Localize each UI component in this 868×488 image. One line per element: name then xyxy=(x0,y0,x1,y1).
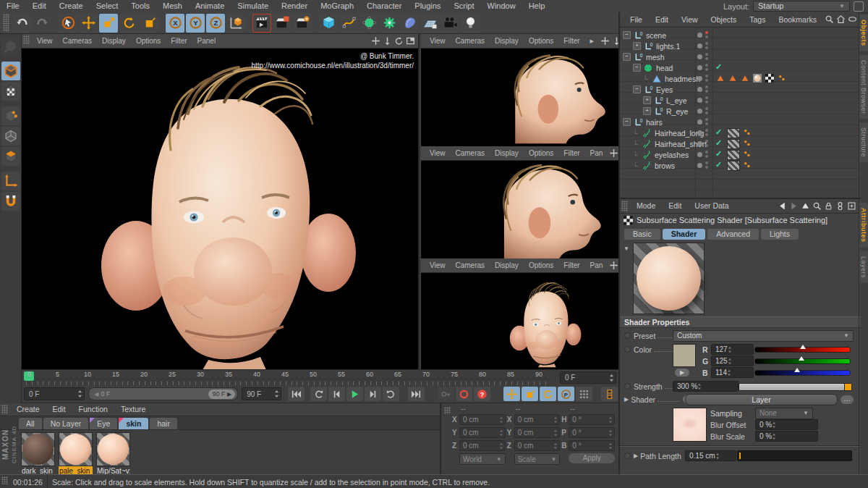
viewport-bottom-canvas[interactable] xyxy=(421,273,618,370)
material-tab-eye[interactable]: Eye xyxy=(90,418,117,429)
current-frame-field[interactable]: 0 F xyxy=(24,387,85,400)
add-primitive-button[interactable] xyxy=(319,14,338,33)
render-visibility-dot-top[interactable] xyxy=(705,151,708,153)
material-thumbnail[interactable] xyxy=(21,432,55,466)
render-visibility-dot-bottom[interactable] xyxy=(705,155,708,158)
render-visibility-dot-bottom[interactable] xyxy=(705,166,708,169)
coord-field-x-0[interactable]: 0 cm xyxy=(459,414,506,425)
keyframe-scale-button[interactable] xyxy=(522,387,538,401)
coord-field-y-0[interactable]: 0 cm xyxy=(459,427,506,438)
menu-help[interactable]: Help xyxy=(522,0,552,12)
panel-tab-layers[interactable]: Layers xyxy=(859,251,868,283)
channel-slider[interactable] xyxy=(754,347,851,353)
material-grip[interactable] xyxy=(1,405,8,414)
menu-animate[interactable]: Animate xyxy=(189,0,231,12)
shader-expander[interactable]: ▶ xyxy=(624,396,629,403)
add-modeling-button[interactable] xyxy=(380,14,399,33)
menu-simulate[interactable]: Simulate xyxy=(231,0,275,12)
coord-field-x-1[interactable]: 0 cm xyxy=(514,414,561,425)
hist-icon[interactable] xyxy=(835,201,846,211)
ruler-frame-field[interactable]: 0 F xyxy=(560,371,616,384)
channel-value-field[interactable]: 127 xyxy=(711,344,754,355)
fwd-icon[interactable] xyxy=(789,201,799,211)
viewport-menu-pan[interactable]: Pan xyxy=(585,258,608,272)
coord-field-h-2[interactable]: 0 ° xyxy=(569,414,615,425)
tree-row-l-eye[interactable]: +0L_eye xyxy=(620,95,851,106)
viewport-menu-view[interactable]: View xyxy=(425,258,451,272)
render-visibility-dot-bottom[interactable] xyxy=(705,101,708,104)
path-length-field[interactable]: 0.15 cm xyxy=(685,450,736,461)
dots2-tag-icon[interactable] xyxy=(777,73,787,83)
material-tab-hair[interactable]: hair xyxy=(150,418,177,429)
viewport-menu-view[interactable]: View xyxy=(425,146,451,160)
layout-window-icon[interactable] xyxy=(854,1,864,12)
viewport-menu-options[interactable]: Options xyxy=(131,34,166,48)
polygons-mode-button[interactable] xyxy=(1,147,20,166)
attr-grip[interactable] xyxy=(621,201,628,211)
render-picture-viewer-button[interactable] xyxy=(273,14,292,33)
render-visibility-dot-top[interactable] xyxy=(705,118,708,121)
make-editable-button[interactable] xyxy=(1,37,20,56)
object-label[interactable]: L_eye xyxy=(666,96,687,105)
render-visibility-dot-bottom[interactable] xyxy=(705,144,708,147)
viewport-menu-cameras[interactable]: Cameras xyxy=(451,34,490,48)
viewport-menu-options[interactable]: Options xyxy=(524,34,558,48)
object-label[interactable]: hairs xyxy=(646,118,663,127)
display-tag-icon[interactable] xyxy=(727,128,740,138)
render-visibility-dot-top[interactable] xyxy=(705,107,708,110)
attr-tab-lights[interactable]: Lights xyxy=(761,229,799,240)
shader-preview-expander[interactable]: ▼ xyxy=(624,245,629,252)
lock-icon[interactable] xyxy=(824,201,834,211)
vp-orbit-icon[interactable] xyxy=(394,36,404,46)
menu-render[interactable]: Render xyxy=(275,0,314,12)
editor-visibility-dot[interactable] xyxy=(697,130,702,135)
coordinate-system-button[interactable] xyxy=(226,14,245,33)
help-button[interactable]: ? xyxy=(474,387,490,401)
tree-row-scene[interactable]: −0scene xyxy=(620,30,851,41)
render-visibility-dot-bottom[interactable] xyxy=(705,112,708,114)
display-tag-icon[interactable] xyxy=(727,139,740,149)
menu-script[interactable]: Script xyxy=(447,0,480,12)
layout-select[interactable]: Startup▼ xyxy=(753,1,850,12)
end-frame-field[interactable]: 90 F xyxy=(242,387,281,400)
coord-field-p-2[interactable]: 0 ° xyxy=(569,427,615,438)
editor-visibility-dot[interactable] xyxy=(697,76,702,81)
last-tool-button[interactable] xyxy=(140,14,158,33)
redo-button[interactable] xyxy=(33,14,51,33)
enabled-check-icon[interactable]: ✓ xyxy=(715,127,722,137)
path-length-expander[interactable]: ▶ xyxy=(634,453,638,459)
coord-field-z-1[interactable]: 0 cm xyxy=(514,440,561,451)
enabled-check-icon[interactable]: ✓ xyxy=(715,62,722,72)
model-mode-button[interactable] xyxy=(1,62,20,80)
keyframe-point-level-button[interactable] xyxy=(576,387,592,401)
viewport-main-canvas[interactable]: @ Bunk Timmer. http://www.comichouse.nl/… xyxy=(22,49,418,370)
timeline-ruler[interactable]: 0 F 051015202530354045505560657075808590 xyxy=(22,369,618,387)
render-visibility-dot-bottom[interactable] xyxy=(705,35,708,38)
attr-tab-basic[interactable]: Basic xyxy=(624,229,660,240)
editor-visibility-dot[interactable] xyxy=(697,54,702,59)
material-item[interactable]: dark_skin xyxy=(21,432,55,476)
render-visibility-dot-bottom[interactable] xyxy=(705,122,708,125)
tri-tag-icon[interactable] xyxy=(740,73,750,83)
material-tab-all[interactable]: All xyxy=(19,418,42,429)
editor-visibility-dot[interactable] xyxy=(697,119,702,125)
display-tag-icon[interactable] xyxy=(727,150,740,160)
add-generator-button[interactable] xyxy=(359,14,378,33)
move-tool-button[interactable] xyxy=(79,14,98,33)
render-visibility-dot-bottom[interactable] xyxy=(705,46,708,49)
editor-visibility-dot[interactable] xyxy=(697,141,702,146)
editor-visibility-dot[interactable] xyxy=(697,163,702,168)
material-thumbnail[interactable] xyxy=(96,432,130,466)
play-forwards-button[interactable] xyxy=(346,387,363,401)
render-visibility-dot-bottom[interactable] xyxy=(705,133,708,136)
viewport-menu-cameras[interactable]: Cameras xyxy=(451,146,490,160)
keyframe-position-button[interactable] xyxy=(503,387,520,401)
dots2-tag-icon[interactable] xyxy=(742,138,752,148)
om-menu-file[interactable]: File xyxy=(624,14,649,26)
vp-dolly-icon[interactable] xyxy=(383,36,393,46)
viewport-menu-view[interactable]: View xyxy=(32,34,58,48)
material-item[interactable]: Mip/Sat~v: xyxy=(96,432,130,476)
om-menu-view[interactable]: View xyxy=(675,14,705,26)
menu-edit[interactable]: Edit xyxy=(26,0,53,12)
material-menu-edit[interactable]: Edit xyxy=(46,403,72,416)
